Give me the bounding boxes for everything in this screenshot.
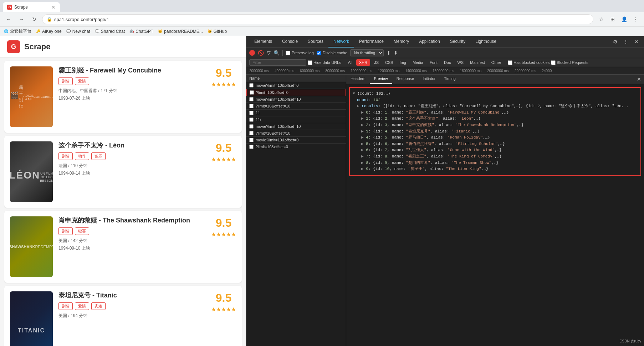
json-item-9-expand[interactable]: ▶ (361, 167, 364, 171)
preserve-log-checkbox[interactable]: Preserve log (286, 51, 314, 55)
detail-tab-initiator[interactable]: Initiator (418, 75, 440, 84)
request-checkbox-4[interactable] (249, 104, 254, 108)
request-checkbox-1[interactable] (249, 83, 254, 87)
address-bar[interactable]: 🔒 spa1.scrape.center/page/1 (42, 14, 593, 24)
json-item-1-expand[interactable]: ▶ (361, 116, 364, 121)
export-har-btn[interactable]: ⬇ (394, 50, 398, 56)
record-btn[interactable] (249, 50, 255, 56)
filter-type-all[interactable]: All (346, 59, 355, 66)
devtools-tab-elements[interactable]: Elements (249, 36, 277, 47)
bookmark-newchat[interactable]: 💬 New chat (66, 29, 90, 34)
filter-type-manifest[interactable]: Manifest (467, 59, 487, 66)
throttle-select[interactable]: No throttling Fast 4G Slow 4G (350, 49, 384, 56)
request-item-2[interactable]: ?limit=10&offset=0 (246, 89, 346, 96)
json-item-6-expand[interactable]: ▶ (361, 148, 364, 152)
bookmark-platform[interactable]: 🌐 全套控平台 (4, 28, 31, 34)
devtools-tab-sources[interactable]: Sources (303, 36, 328, 47)
request-checkbox-3[interactable] (249, 97, 254, 101)
reload-btn[interactable]: ↻ (29, 14, 39, 24)
filter-type-img[interactable]: Img (397, 59, 409, 66)
devtools-settings-btn[interactable]: ⚙ (610, 37, 620, 46)
detail-tab-headers[interactable]: Headers (346, 75, 370, 84)
devtools-more-btn[interactable]: ⋮ (621, 37, 630, 46)
filter-type-js[interactable]: JS (372, 59, 381, 66)
request-checkbox-2[interactable] (250, 90, 254, 95)
request-checkbox-7[interactable] (249, 124, 254, 129)
devtools-tab-performance[interactable]: Performance (354, 36, 389, 47)
json-root-expand[interactable]: ▼ (353, 91, 355, 96)
json-item-4-expand[interactable]: ▶ (361, 135, 364, 140)
detail-tab-response[interactable]: Response (392, 75, 419, 84)
filter-type-font[interactable]: Font (427, 59, 440, 66)
filter-type-other[interactable]: Other (489, 59, 504, 66)
detail-tab-preview[interactable]: Preview (370, 75, 392, 84)
back-btn[interactable]: ← (4, 14, 14, 24)
request-item-4[interactable]: ?limit=10&offset=10 (246, 103, 346, 110)
json-item-0-expand[interactable]: ▶ (361, 110, 364, 115)
request-item-8[interactable]: ?limit=10&offset=10 (246, 130, 346, 137)
bookmark-github[interactable]: 🐱 GitHub (207, 29, 227, 34)
extensions-btn[interactable]: ⊞ (608, 14, 618, 24)
request-item-3[interactable]: movie?limit=10&offset=10 (246, 96, 346, 103)
devtools-tab-console[interactable]: Console (277, 36, 303, 47)
request-checkbox-9[interactable] (249, 138, 254, 142)
request-item-1[interactable]: movie?limit=10&offset=0 (246, 82, 346, 89)
request-checkbox-5[interactable] (249, 111, 254, 115)
bookmark-star-btn[interactable]: ☆ (596, 14, 606, 24)
active-tab[interactable]: G Scrape ✕ (3, 2, 60, 12)
search-network-btn[interactable]: 🔍 (274, 50, 280, 56)
filter-input[interactable] (249, 59, 306, 66)
bookmark-pandora[interactable]: 🐱 pandora/README... (158, 29, 203, 34)
preserve-log-input[interactable] (286, 51, 290, 55)
blocked-requests-input[interactable] (551, 60, 556, 65)
filter-type-doc[interactable]: Doc (441, 59, 454, 66)
tab-close-btn[interactable]: ✕ (51, 4, 56, 10)
filter-type-css[interactable]: CSS (383, 59, 396, 66)
bookmark-sharedchat[interactable]: 💬 Shared Chat (94, 29, 125, 34)
request-item-6[interactable]: 11/ (246, 116, 346, 123)
devtools-tab-application[interactable]: Application (414, 36, 445, 47)
request-item-9[interactable]: movie?limit=10&offset=0 (246, 137, 346, 144)
blocked-requests-checkbox[interactable]: Blocked Requests (551, 59, 588, 66)
detail-tab-timing[interactable]: Timing (440, 75, 460, 84)
json-item-2-expand[interactable]: ▶ (361, 123, 364, 127)
movie-card-3[interactable]: THE SHAWSHANK REDEMPTION 肖申克的救赎 - The Sh… (4, 211, 242, 283)
filter-type-xhr[interactable]: XHR (356, 59, 370, 66)
clear-btn[interactable]: 🚫 (258, 50, 264, 56)
hide-data-urls-input[interactable] (308, 60, 312, 65)
devtools-tab-network[interactable]: Network (328, 36, 354, 47)
import-har-btn[interactable]: ⬆ (387, 50, 391, 56)
request-checkbox-6[interactable] (249, 117, 254, 122)
devtools-tab-lighthouse[interactable]: Lighthouse (470, 36, 501, 47)
request-item-5[interactable]: 11 (246, 110, 346, 116)
movie-card-1[interactable]: 🎬 霸王别姬 ADIOS A MI CONCUBINA 霸王别姬 - Farew… (4, 61, 242, 133)
menu-btn[interactable]: ⋮ (630, 14, 640, 24)
json-item-3-expand[interactable]: ▶ (361, 129, 364, 134)
request-item-7[interactable]: movie?limit=10&offset=10 (246, 123, 346, 130)
devtools-tab-memory[interactable]: Memory (389, 36, 414, 47)
request-checkbox-10[interactable] (249, 145, 254, 149)
filter-type-media[interactable]: Media (410, 59, 426, 66)
forward-btn[interactable]: → (16, 14, 26, 24)
hide-data-urls-checkbox[interactable]: Hide data URLs (308, 60, 341, 65)
has-blocked-cookies-input[interactable] (508, 60, 512, 65)
has-blocked-cookies-checkbox[interactable]: Has blocked cookies (508, 59, 550, 66)
json-item-8-expand[interactable]: ▶ (361, 161, 364, 165)
json-item-5-expand[interactable]: ▶ (361, 142, 364, 146)
filter-type-ws[interactable]: WS (455, 59, 466, 66)
bookmark-chatgpt[interactable]: 🤖 ChatGPT (129, 29, 153, 34)
filter-toggle-btn[interactable]: ▽ (267, 50, 271, 56)
request-item-10[interactable]: ?limit=10&offset=0 (246, 144, 346, 150)
movie-card-4[interactable]: TITANIC 泰坦尼克号 - Titanic 剧情 爱情 灾难 美国 / 19… (4, 286, 242, 346)
bookmark-aikey[interactable]: 🔑 AiKey one (36, 29, 62, 34)
detail-close-btn[interactable]: ✕ (634, 75, 644, 84)
devtools-close-btn[interactable]: ✕ (632, 37, 641, 46)
json-item-7-expand[interactable]: ▶ (361, 154, 364, 159)
movie-card-2[interactable]: LÉON UN FILM DE LUC BESSON 这个杀手不太冷 - Léo… (4, 136, 242, 208)
devtools-tab-security[interactable]: Security (445, 36, 470, 47)
json-results-expand[interactable]: ▶ (357, 104, 359, 108)
disable-cache-checkbox[interactable]: Disable cache (317, 51, 347, 55)
request-checkbox-8[interactable] (249, 131, 254, 135)
disable-cache-input[interactable] (317, 51, 321, 55)
profile-btn[interactable]: 👤 (619, 14, 629, 24)
